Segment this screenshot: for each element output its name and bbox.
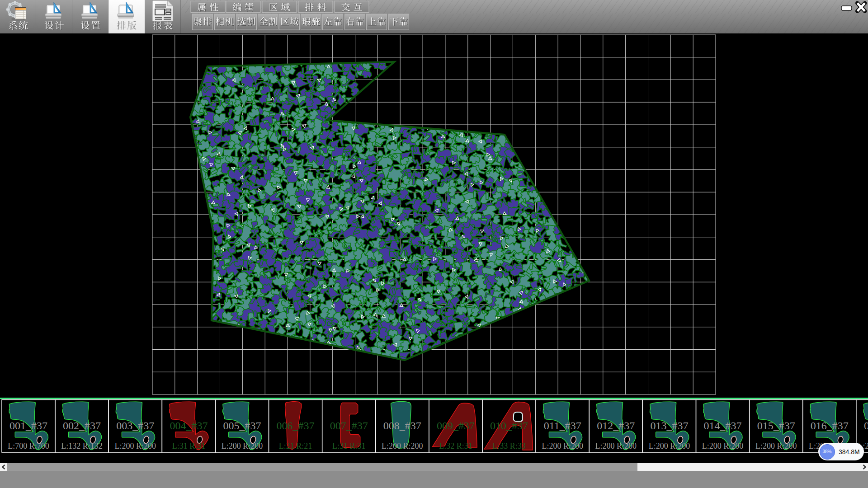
svg-text:L:31 R:31: L:31 R:31 bbox=[332, 441, 366, 450]
svg-text:L:21 R:21: L:21 R:21 bbox=[279, 441, 312, 450]
svg-text:016_#37: 016_#37 bbox=[811, 420, 849, 432]
svg-text:012_#37: 012_#37 bbox=[597, 420, 635, 432]
svg-text:L:200 R:200: L:200 R:200 bbox=[114, 441, 156, 450]
svg-text:L:200 R:200: L:200 R:200 bbox=[649, 441, 690, 450]
svg-text:L:200 R:200: L:200 R:200 bbox=[222, 441, 263, 450]
svg-text:010_#37: 010_#37 bbox=[490, 420, 528, 432]
svg-text:L:132 R:132: L:132 R:132 bbox=[61, 441, 103, 450]
svg-text:001_#37: 001_#37 bbox=[9, 420, 47, 432]
svg-text:005_#37: 005_#37 bbox=[223, 420, 261, 432]
svg-text:008_#37: 008_#37 bbox=[383, 420, 421, 432]
svg-text:006_#37: 006_#37 bbox=[277, 420, 315, 432]
svg-text:L:31 R:31: L:31 R:31 bbox=[172, 441, 206, 450]
svg-text:015_#37: 015_#37 bbox=[757, 420, 795, 432]
svg-text:017_#37: 017_#37 bbox=[864, 420, 868, 432]
svg-text:009_#37: 009_#37 bbox=[437, 420, 475, 432]
svg-text:L:200 R:200: L:200 R:200 bbox=[542, 441, 583, 450]
svg-text:002_#37: 002_#37 bbox=[63, 420, 101, 432]
svg-text:007_#37: 007_#37 bbox=[330, 420, 368, 432]
svg-text:L:700 R:700: L:700 R:700 bbox=[8, 441, 49, 450]
svg-text:013_#37: 013_#37 bbox=[650, 420, 688, 432]
svg-text:L:200 R:200: L:200 R:200 bbox=[702, 441, 744, 450]
svg-text:011_#37: 011_#37 bbox=[544, 420, 581, 432]
svg-text:L:200 R:200: L:200 R:200 bbox=[755, 441, 797, 450]
svg-text:L:200 R:200: L:200 R:200 bbox=[382, 441, 423, 450]
svg-text:L:33 R:33: L:33 R:33 bbox=[492, 441, 526, 450]
svg-text:L:32 R:31: L:32 R:31 bbox=[439, 441, 472, 450]
svg-text:003_#37: 003_#37 bbox=[116, 420, 154, 432]
svg-text:L:200 R:200: L:200 R:200 bbox=[595, 441, 637, 450]
svg-text:004_#37: 004_#37 bbox=[170, 420, 208, 432]
svg-text:014_#37: 014_#37 bbox=[704, 420, 742, 432]
